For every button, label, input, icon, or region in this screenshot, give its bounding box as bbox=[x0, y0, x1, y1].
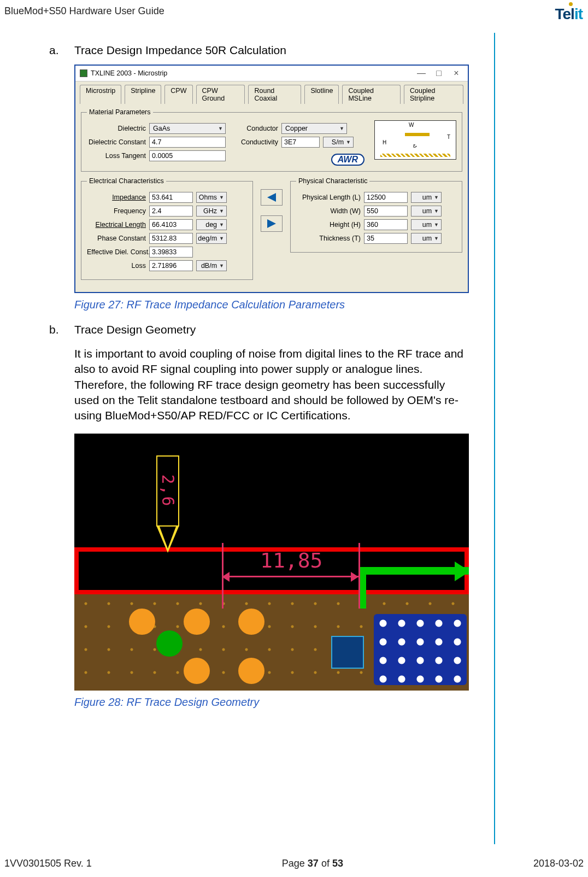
diel-const-input[interactable] bbox=[149, 137, 226, 148]
arrow-left-icon bbox=[267, 193, 276, 202]
tab-microstrip[interactable]: Microstrip bbox=[80, 85, 121, 104]
logo-part-2: it bbox=[574, 5, 583, 22]
close-button[interactable]: × bbox=[449, 68, 463, 78]
diagram-er-label: εᵣ bbox=[413, 143, 417, 149]
phase-unit-select[interactable]: deg/m bbox=[196, 233, 227, 244]
footer-page: Page 37 of 53 bbox=[282, 858, 343, 869]
dielectric-select[interactable]: GaAs bbox=[149, 123, 226, 134]
elec-len-input[interactable] bbox=[149, 219, 193, 230]
minimize-button[interactable]: — bbox=[414, 68, 428, 78]
phys-legend: Physical Characteristic bbox=[296, 177, 369, 185]
phys-length-label: Physical Length (L) bbox=[296, 194, 361, 201]
phys-width-input[interactable] bbox=[364, 206, 408, 217]
eff-diel-label: Effective Diel. Const. bbox=[87, 248, 146, 256]
awr-logo: AWR bbox=[331, 154, 364, 166]
app-icon bbox=[80, 69, 87, 77]
conductivity-unit-select[interactable]: S/m bbox=[323, 137, 354, 148]
phys-width-unit: um bbox=[422, 207, 432, 215]
diagram-t-label: T bbox=[447, 134, 450, 140]
phys-height-label: Height (H) bbox=[296, 221, 361, 229]
arrow-right-icon bbox=[267, 219, 276, 228]
tab-stripline[interactable]: Stripline bbox=[125, 85, 161, 104]
frequency-label: Frequency bbox=[87, 207, 146, 215]
microstrip-diagram: W H T εᵣ bbox=[374, 120, 456, 160]
footer-date: 2018-03-02 bbox=[533, 858, 584, 869]
telit-logo: Telit bbox=[555, 5, 584, 23]
dim-horizontal: 11,85 bbox=[260, 548, 322, 572]
window-title: TXLINE 2003 - Microstrip bbox=[91, 69, 167, 77]
frequency-unit-select[interactable]: GHz bbox=[196, 206, 227, 217]
conductor-value: Copper bbox=[285, 125, 308, 132]
phys-length-unit-select[interactable]: um bbox=[411, 192, 442, 203]
conductivity-unit: S/m bbox=[332, 138, 344, 146]
section-b-title: Trace Design Geometry bbox=[74, 323, 196, 336]
elec-legend: Electrical Characteristics bbox=[87, 177, 166, 185]
calc-right-button[interactable] bbox=[261, 215, 283, 232]
diagram-h-label: H bbox=[383, 139, 386, 145]
phys-width-label: Width (W) bbox=[296, 207, 361, 215]
phys-height-input[interactable] bbox=[364, 219, 408, 230]
maximize-button[interactable]: □ bbox=[432, 68, 446, 78]
conductor-select[interactable]: Copper bbox=[281, 123, 347, 134]
conductivity-input[interactable] bbox=[281, 137, 320, 148]
conductivity-label: Conductivity bbox=[236, 138, 278, 146]
loss-input[interactable] bbox=[149, 260, 193, 271]
section-a-title: Trace Design Impedance 50R Calculation bbox=[74, 44, 286, 57]
tab-coupled-msline[interactable]: Coupled MSLine bbox=[342, 85, 401, 104]
phys-thick-unit: um bbox=[422, 235, 432, 242]
txline-window: TXLINE 2003 - Microstrip — □ × Microstri… bbox=[74, 65, 469, 293]
phys-height-unit-select[interactable]: um bbox=[411, 219, 442, 230]
phase-input[interactable] bbox=[149, 233, 193, 244]
tab-cpw-ground[interactable]: CPW Ground bbox=[196, 85, 245, 104]
impedance-unit: Ohms bbox=[199, 194, 217, 201]
phys-width-unit-select[interactable]: um bbox=[411, 206, 442, 217]
conductor-label: Conductor bbox=[236, 125, 278, 132]
phys-height-unit: um bbox=[422, 221, 432, 229]
impedance-label: Impedance bbox=[87, 194, 146, 201]
dim-vertical: 2,6 bbox=[156, 455, 179, 527]
tab-bar: Microstrip Stripline CPW CPW Ground Roun… bbox=[75, 81, 468, 104]
section-b-body: It is important to avoid coupling of noi… bbox=[74, 346, 470, 424]
frequency-unit: GHz bbox=[203, 207, 217, 215]
list-letter-b: b. bbox=[49, 323, 64, 336]
pcb-geometry-figure: 11,85 2,6 bbox=[74, 434, 469, 691]
footer-rev: 1VV0301505 Rev. 1 bbox=[4, 858, 92, 869]
phys-length-unit: um bbox=[422, 194, 432, 201]
electrical-characteristics-group: Electrical Characteristics ImpedanceOhms… bbox=[81, 177, 253, 280]
calc-left-button[interactable] bbox=[261, 189, 283, 206]
tab-cpw[interactable]: CPW bbox=[164, 85, 192, 104]
phys-thick-input[interactable] bbox=[364, 233, 408, 244]
loss-unit: dB/m bbox=[201, 262, 217, 270]
doc-title: BlueMod+S50 Hardware User Guide bbox=[4, 5, 164, 17]
tab-coupled-stripline[interactable]: Coupled Stripline bbox=[404, 85, 463, 104]
elec-len-unit-select[interactable]: deg bbox=[196, 219, 227, 230]
list-letter-a: a. bbox=[49, 44, 64, 57]
impedance-unit-select[interactable]: Ohms bbox=[196, 192, 227, 203]
phase-label: Phase Constant bbox=[87, 235, 146, 242]
eff-diel-input[interactable] bbox=[149, 247, 193, 258]
tab-slotline[interactable]: Slotline bbox=[304, 85, 339, 104]
dielectric-label: Dielectric bbox=[87, 125, 146, 132]
window-titlebar[interactable]: TXLINE 2003 - Microstrip — □ × bbox=[75, 66, 468, 81]
dielectric-value: GaAs bbox=[153, 125, 170, 132]
figure-28-caption: Figure 28: RF Trace Design Geometry bbox=[74, 696, 470, 709]
diagram-w-label: W bbox=[409, 122, 414, 128]
frequency-input[interactable] bbox=[149, 206, 193, 217]
phys-thick-unit-select[interactable]: um bbox=[411, 233, 442, 244]
phase-unit: deg/m bbox=[198, 235, 217, 242]
elec-len-label: Electrical Length bbox=[87, 221, 146, 229]
diel-const-label: Dielectric Constant bbox=[87, 138, 146, 146]
logo-part-1: Tel bbox=[555, 5, 574, 22]
loss-tan-input[interactable] bbox=[149, 150, 226, 161]
tab-round-coaxial[interactable]: Round Coaxial bbox=[248, 85, 301, 104]
loss-tan-label: Loss Tangent bbox=[87, 152, 146, 160]
material-parameters-group: Material Parameters Dielectric GaAs Diel… bbox=[81, 108, 462, 172]
material-legend: Material Parameters bbox=[87, 108, 153, 116]
impedance-input[interactable] bbox=[149, 192, 193, 203]
phys-thick-label: Thickness (T) bbox=[296, 235, 361, 242]
loss-label: Loss bbox=[87, 262, 146, 270]
phys-length-input[interactable] bbox=[364, 192, 408, 203]
elec-len-unit: deg bbox=[205, 221, 217, 229]
physical-characteristic-group: Physical Characteristic Physical Length … bbox=[290, 177, 462, 253]
loss-unit-select[interactable]: dB/m bbox=[196, 260, 227, 271]
